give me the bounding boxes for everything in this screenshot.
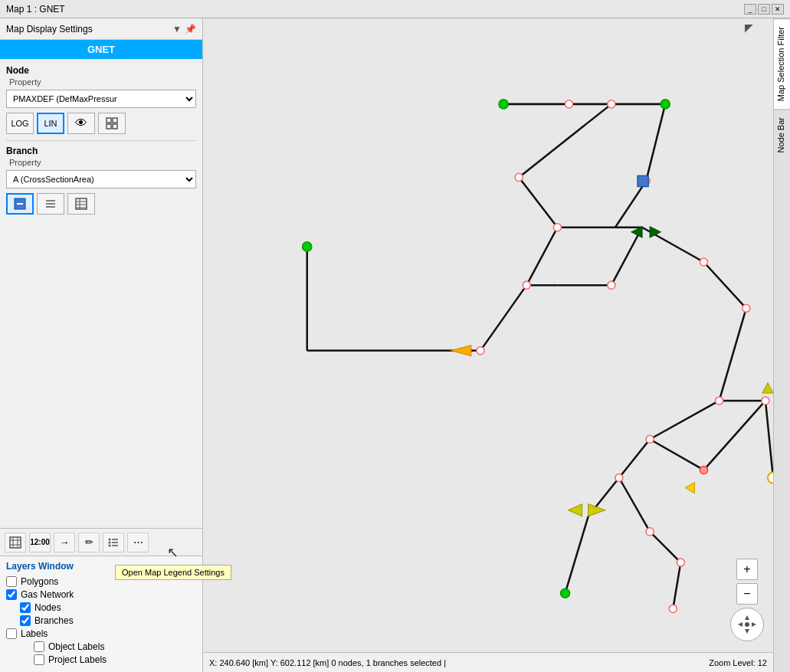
svg-rect-18 [10,537,21,548]
panel-menu-icon[interactable]: ▼ [172,24,182,34]
arrow-toolbar-btn[interactable]: → [54,533,75,552]
svg-line-38 [480,285,526,350]
svg-point-56 [661,100,670,109]
layer-nodes-label: Nodes [34,602,61,613]
branch-list-btn[interactable] [37,193,64,215]
layer-polygons-label: Polygons [21,576,58,587]
panel-header-title: Map Display Settings [6,24,93,34]
svg-point-69 [716,397,723,405]
status-coords: X: 240.640 [km] Y: 602.112 [km] 0 nodes,… [209,658,446,667]
layer-project-labels-checkbox[interactable] [34,654,44,665]
svg-point-92 [745,622,749,627]
layer-branches: Branches [20,615,196,626]
window-controls[interactable]: _ □ ✕ [744,4,784,15]
node-log-btn[interactable]: LOG [6,113,34,134]
minimize-btn[interactable]: _ [744,4,756,15]
map-area[interactable]: ◤ [203,18,773,672]
svg-point-61 [515,173,523,181]
gnet-tab[interactable]: GNET [0,40,202,59]
node-eye-btn[interactable]: 👁 [67,113,95,134]
svg-point-60 [608,100,615,108]
layer-polygons: Polygons [6,576,196,587]
svg-rect-2 [107,124,111,129]
layer-nodes-checkbox[interactable] [20,602,31,613]
svg-point-57 [303,242,312,251]
branch-color-btn[interactable] [6,193,34,215]
layer-gas-network-checkbox[interactable] [6,589,17,600]
time-toolbar-btn[interactable]: 12:00 [29,533,51,552]
layer-gas-network: Gas Network [6,589,196,600]
svg-marker-91 [752,622,756,627]
node-property-dropdown[interactable]: PMAXDEF (DefMaxPressur [6,90,196,108]
pan-btn[interactable] [730,608,764,641]
branch-table-btn[interactable] [67,193,95,215]
status-zoom: Zoom Level: 12 [709,658,767,667]
layer-object-labels-checkbox[interactable] [34,641,44,652]
svg-line-29 [646,104,665,182]
panel-pin-icon[interactable]: 📌 [185,24,196,34]
layer-labels-checkbox[interactable] [6,628,17,639]
list-toolbar-btn[interactable] [103,533,124,552]
svg-line-45 [619,439,650,477]
layer-labels-label: Labels [21,628,48,639]
svg-marker-87 [762,383,773,393]
svg-line-41 [611,228,642,285]
layer-branches-checkbox[interactable] [20,615,31,626]
zoom-in-btn[interactable]: + [736,559,758,580]
close-btn[interactable]: ✕ [772,4,784,15]
collapse-icon[interactable]: ◤ [745,21,753,34]
svg-point-78 [768,472,773,483]
edit-toolbar-btn[interactable]: ✏ [78,533,100,552]
svg-point-23 [109,544,111,546]
svg-marker-89 [745,629,749,634]
node-bar-tab[interactable]: Node Bar [774,109,790,160]
left-toolbar: 12:00 → ✏ ⋯ ↖ Open Map Legend Settings [0,528,202,556]
map-controls: + − [730,559,764,641]
layer-polygons-checkbox[interactable] [6,576,17,587]
title-bar: Map 1 : GNET _ □ ✕ [0,0,790,18]
svg-point-21 [109,541,111,543]
svg-point-74 [669,605,677,612]
svg-line-42 [704,262,746,308]
layer-object-labels-label: Object Labels [48,641,104,652]
svg-line-33 [526,228,557,285]
node-section-title: Node [6,65,196,76]
layer-object-labels: Object Labels [34,641,196,652]
more-toolbar-btn[interactable]: ⋯ [127,533,149,552]
left-panel: Map Display Settings ▼ 📌 GNET Node Prope… [0,18,203,672]
svg-marker-81 [451,346,471,356]
main-layout: Map Display Settings ▼ 📌 GNET Node Prope… [0,18,790,672]
branch-property-label: Property [9,158,196,167]
svg-line-50 [673,562,680,608]
svg-point-79 [700,466,707,474]
svg-point-58 [561,588,570,598]
svg-line-48 [619,478,650,532]
branch-section-title: Branch [6,146,196,156]
svg-point-63 [553,224,561,231]
layer-labels: Labels [6,628,196,639]
svg-rect-80 [638,175,648,186]
svg-marker-82 [569,504,582,516]
status-bar: X: 240.640 [km] Y: 602.112 [km] 0 nodes,… [203,652,773,672]
node-grid-btn[interactable] [98,113,126,134]
node-property-label: Property [9,77,196,87]
map-selection-filter-tab[interactable]: Map Selection Filter [774,18,790,109]
branch-property-dropdown[interactable]: A (CrossSectionArea) [6,170,196,188]
panel-header: Map Display Settings ▼ 📌 [0,18,202,40]
svg-point-72 [646,528,654,536]
layers-title: Layers Window [6,561,196,572]
grid-toolbar-btn[interactable] [5,533,26,552]
svg-line-54 [704,401,765,470]
layer-project-labels: Project Labels [34,654,196,665]
svg-line-28 [519,104,611,178]
window-title: Map 1 : GNET [6,4,65,15]
layer-nodes: Nodes [20,602,196,613]
svg-point-68 [742,304,750,312]
svg-point-71 [615,474,623,481]
svg-line-31 [615,181,646,227]
node-lin-btn[interactable]: LIN [37,113,64,134]
svg-line-49 [650,532,680,562]
maximize-btn[interactable]: □ [758,4,770,15]
zoom-out-btn[interactable]: − [736,583,758,605]
layer-project-labels-label: Project Labels [48,654,107,665]
